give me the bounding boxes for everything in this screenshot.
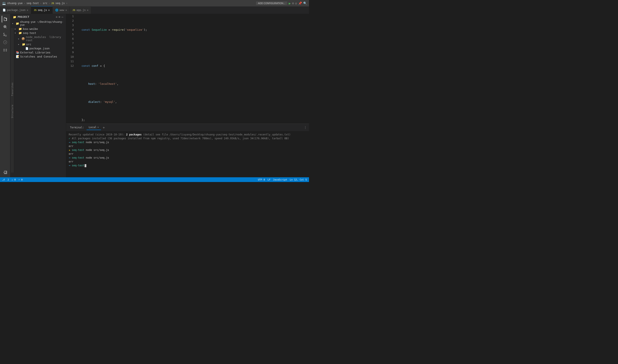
ln-7: 7 — [70, 41, 74, 46]
token — [82, 81, 88, 86]
tab-app-js[interactable]: JS app.js × — [70, 6, 91, 14]
code-content[interactable]: const Sequelize = require('sequelize'); … — [77, 14, 309, 124]
sidebar: 📁 Project ⚙ ⊞ ⋯ ▾ 📁 shuang-yue ~/Desktop… — [10, 14, 66, 177]
tree-item-koa-weibo[interactable]: ▸ 📁 koa-weibo — [10, 27, 66, 31]
coverage-icon[interactable]: ◎ — [295, 1, 297, 5]
tree-item-package-json-label: package.json — [29, 47, 50, 50]
editor-area: 1 2 3 4 5 6 7 8 9 10 11 12 const Sequeli… — [66, 14, 309, 177]
ln-9: 9 — [70, 50, 74, 54]
terminal-line-8: err — [69, 160, 306, 164]
token: 'localhost' — [98, 81, 117, 86]
prompt-arrow-3: → — [69, 156, 72, 159]
node-modules-icon: 📦 — [22, 37, 25, 40]
status-git-icon[interactable]: ⎇ — [2, 178, 5, 181]
chevron-right-icon: ▸ — [15, 28, 18, 30]
token: 'sequelize' — [125, 27, 144, 32]
external-libraries-icon: 📚 — [16, 51, 19, 54]
tree-item-seq-test-label: seq-test — [23, 31, 36, 35]
ln-8: 8 — [70, 46, 74, 50]
breadcrumb-file-icon: JS — [51, 2, 54, 5]
token: : — [100, 100, 104, 104]
terminal-more-icon[interactable]: ⋮ — [304, 126, 307, 129]
terminal-cursor — [85, 164, 86, 167]
activity-debug-icon[interactable] — [2, 39, 9, 46]
breadcrumb-src: src — [43, 2, 47, 5]
activity-git-icon[interactable] — [2, 31, 9, 38]
panel-tabs: Terminal: Local × + — [68, 125, 106, 130]
tree-item-external-libraries[interactable]: ▸ 📚 External Libraries — [10, 51, 66, 54]
chevron-down-icon2: ▾ — [15, 32, 18, 34]
token: , — [117, 81, 118, 86]
prompt-cmd-1: node src/seq.js — [84, 141, 109, 144]
code-line-3: const conf = { — [82, 64, 305, 68]
chevron-right-icon3: ▸ — [18, 43, 21, 46]
status-error-icon[interactable]: ⚠ 0 — [12, 178, 16, 181]
prompt-cmd-2: node src/seq.js — [84, 149, 109, 152]
tab-seq-js-close[interactable]: × — [48, 9, 50, 12]
terminal-text-dim: Recently updated (since 2019-10-19): — [69, 133, 126, 136]
tab-package-json-close[interactable]: × — [27, 9, 28, 12]
activity-explorer-icon[interactable] — [2, 16, 9, 23]
pin-icon[interactable]: 📌 — [298, 1, 302, 5]
terminal-text-dim2: (detail see file /Users/liuyang/Desktop/… — [142, 133, 291, 136]
activity-search-icon[interactable] — [2, 23, 9, 30]
code-line-1: const Sequelize = require('sequelize'); — [82, 27, 305, 32]
status-language[interactable]: JavaScript — [273, 178, 287, 181]
seq-test-folder-icon: 📁 — [18, 31, 22, 35]
tab-package-json[interactable]: 📄 package.json × — [0, 6, 31, 14]
terminal-label: Terminal: — [68, 125, 86, 130]
activity-bar — [0, 14, 10, 177]
search-icon[interactable]: 🔍 — [303, 1, 307, 5]
title-bar: 💻 shuang-yue › seq-test › src › JS seq.j… — [0, 0, 309, 6]
tab-www-icon: 🌐 — [55, 9, 58, 12]
code-line-5: dialect: 'mysql', — [82, 100, 305, 104]
activity-extensions-icon[interactable] — [2, 47, 9, 53]
token: dialect — [88, 100, 100, 104]
tree-item-seq-test[interactable]: ▾ 📁 seq-test — [10, 31, 66, 35]
ln-3: 3 — [70, 23, 74, 27]
sidebar-gear-icon[interactable]: ⚙ — [56, 15, 57, 18]
terminal-tab-local-close[interactable]: × — [97, 126, 99, 129]
terminal-tab-local[interactable]: Local × — [87, 125, 101, 130]
token — [82, 100, 88, 104]
terminal-line-4: err — [69, 144, 306, 148]
run-icon[interactable]: ▶ — [289, 1, 291, 5]
status-line-ending[interactable]: LF — [268, 178, 270, 181]
favorites-bar[interactable]: Favorites Structure — [10, 28, 14, 173]
favorites-label: Favorites — [11, 82, 13, 96]
status-git-branch[interactable]: 2 — [8, 178, 9, 181]
tree-item-shuang-yue-label: shuang-yue ~/Desktop/shuang-yue — [20, 20, 64, 26]
tree-item-scratches[interactable]: 📝 Scratches and Consoles — [10, 54, 66, 59]
terminal-content[interactable]: Recently updated (since 2019-10-19): 2 p… — [66, 131, 309, 177]
tab-seq-js[interactable]: JS seq.js × — [31, 6, 53, 14]
tab-www[interactable]: 🌐 www × — [53, 6, 70, 14]
tab-app-js-close[interactable]: × — [87, 9, 89, 12]
terminal-line-1: Recently updated (since 2019-10-19): 2 p… — [69, 133, 306, 136]
status-warning-icon[interactable]: ⚡ 0 — [18, 178, 23, 181]
ln-5: 5 — [70, 32, 74, 37]
add-configuration-button[interactable]: ADD CONFIGURATION... — [256, 1, 288, 5]
token: host — [88, 81, 95, 86]
sidebar-layout-icon[interactable]: ⊞ — [59, 15, 60, 18]
main-workspace: 📁 Project ⚙ ⊞ ⋯ ▾ 📁 shuang-yue ~/Desktop… — [0, 14, 309, 177]
terminal-line-7: → seq-test node src/seq.js — [69, 156, 306, 160]
terminal-checkmark: ✓ — [69, 137, 72, 140]
debug-icon[interactable]: ⚙ — [292, 1, 294, 5]
tab-www-close[interactable]: × — [65, 9, 67, 12]
activity-settings-icon[interactable] — [2, 169, 9, 176]
sidebar-more-icon[interactable]: ⋯ — [62, 15, 63, 19]
token: ( — [123, 27, 125, 32]
code-line-6: }; — [82, 118, 305, 122]
token: , — [115, 100, 117, 104]
token: const — [82, 27, 92, 32]
tree-item-package-json[interactable]: 📄 package.json — [10, 46, 66, 51]
tree-item-node-modules[interactable]: ▸ 📦 node_modules library root — [10, 35, 66, 42]
add-terminal-button[interactable]: + — [102, 126, 106, 130]
tree-item-shuang-yue[interactable]: ▾ 📁 shuang-yue ~/Desktop/shuang-yue — [10, 20, 66, 27]
tree-item-src[interactable]: ▸ 📁 src — [10, 42, 66, 46]
code-editor[interactable]: 1 2 3 4 5 6 7 8 9 10 11 12 const Sequeli… — [66, 14, 309, 124]
ln-10: 10 — [70, 54, 74, 59]
status-position[interactable]: Ln 12, Col 5 — [290, 178, 307, 181]
status-encoding[interactable]: UTF-8 — [258, 178, 265, 181]
terminal-line-6: err — [69, 152, 306, 156]
